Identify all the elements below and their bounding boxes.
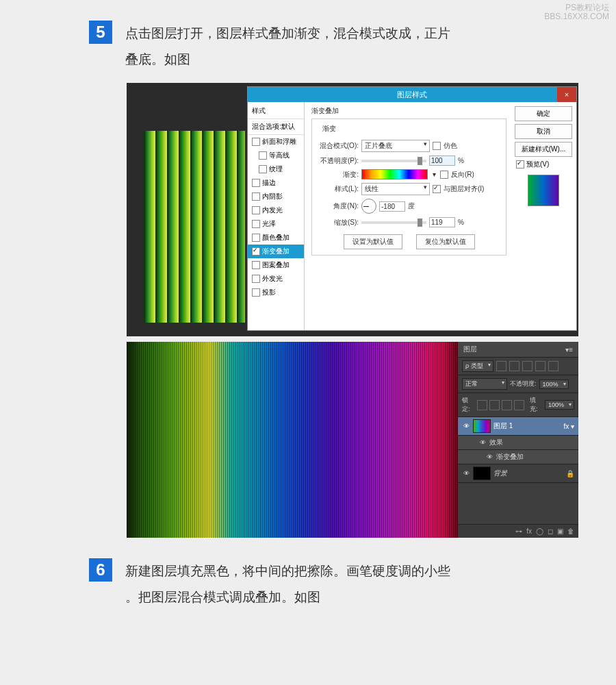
filter-smart-icon[interactable] (548, 361, 559, 371)
style-item-patternoverlay[interactable]: 图案叠加 (248, 258, 304, 272)
align-checkbox[interactable] (433, 185, 441, 193)
style-label: 渐变叠加 (262, 247, 290, 256)
opacity-label: 不透明度: (510, 379, 537, 388)
checkbox-icon[interactable] (252, 206, 260, 214)
step-5: 5 点击图层打开，图层样式叠加渐变，混合模式改成，正片 叠底。如图 (0, 0, 616, 73)
checkbox-icon[interactable] (252, 192, 260, 201)
lock-transparency-icon[interactable] (477, 400, 487, 410)
reverse-checkbox[interactable] (440, 171, 448, 179)
filter-kind-select[interactable]: ρ 类型 (462, 360, 493, 372)
filter-pixel-icon[interactable] (496, 361, 506, 371)
scale-slider[interactable] (361, 221, 426, 224)
blend-mode-select[interactable]: 正常 (462, 378, 507, 390)
set-default-button[interactable]: 设置为默认值 (344, 234, 402, 249)
checkbox-icon[interactable] (252, 261, 260, 269)
opacity-slider[interactable] (361, 160, 426, 162)
subsection-label: 渐变 (320, 124, 338, 134)
style-item-dropshadow[interactable]: 投影 (248, 286, 304, 299)
panel-menu-icon[interactable]: ▾≡ (565, 346, 573, 353)
fx-badge[interactable]: fx ▾ (563, 423, 574, 430)
layer-row-1[interactable]: 👁 图层 1 fx ▾ (458, 417, 578, 436)
effect-item-label: 渐变叠加 (496, 452, 524, 462)
style-item-contour[interactable]: 等高线 (248, 149, 304, 162)
step-5-text-line2: 叠底。如图 (125, 52, 190, 66)
reset-default-button[interactable]: 复位为默认值 (416, 234, 475, 249)
dialog-action-buttons: 确定 取消 新建样式(W)... 预览(V) (513, 102, 576, 330)
gradient-preview[interactable] (361, 169, 428, 179)
layer-row-background[interactable]: 👁 背景 🔒 (458, 464, 578, 483)
filter-type-icon[interactable] (522, 361, 532, 371)
checkbox-icon[interactable] (252, 288, 260, 297)
scale-input[interactable]: 119 (429, 217, 455, 227)
layers-panel: 图层 ▾≡ ρ 类型 正常 不透明度: 100% 锁定: (458, 342, 578, 538)
visibility-icon[interactable]: 👁 (485, 453, 493, 461)
styles-header: 样式 (248, 103, 304, 119)
gradient-style-select[interactable]: 线性 (361, 183, 430, 195)
angle-unit: 度 (408, 201, 415, 211)
opacity-value[interactable]: 100% (539, 379, 569, 389)
checkbox-icon[interactable] (252, 234, 260, 242)
angle-dial[interactable] (361, 199, 376, 214)
style-label: 外发光 (262, 274, 283, 284)
style-item-texture[interactable]: 纹理 (248, 162, 304, 176)
checkbox-icon[interactable] (259, 151, 267, 160)
layer-effects-row[interactable]: 👁 效果 (458, 436, 578, 450)
link-layers-icon[interactable]: ⊶ (515, 527, 522, 535)
layers-lock-bar: 锁定: 填充: 100% (458, 393, 578, 417)
checkbox-icon[interactable] (252, 275, 260, 283)
filter-shape-icon[interactable] (535, 361, 546, 371)
new-style-button[interactable]: 新建样式(W)... (515, 142, 572, 157)
opacity-input[interactable]: 100 (429, 155, 455, 166)
dialog-title: 图层样式 (397, 90, 427, 99)
style-label: 纹理 (269, 164, 283, 174)
checkbox-icon[interactable] (252, 220, 260, 228)
ok-button[interactable]: 确定 (515, 106, 572, 121)
style-item-outerglow[interactable]: 外发光 (248, 272, 304, 286)
preview-label: 预览(V) (526, 160, 549, 169)
filter-adjust-icon[interactable] (509, 361, 519, 371)
gradient-fieldset: 渐变 混合模式(O): 正片叠底 仿色 不透明度(P): 100 % (311, 119, 506, 256)
new-layer-icon[interactable]: ▣ (557, 527, 563, 535)
style-item-bevel[interactable]: 斜面和浮雕 (248, 135, 304, 149)
style-item-stroke[interactable]: 描边 (248, 176, 304, 190)
close-icon[interactable]: × (557, 87, 576, 102)
layers-tab[interactable]: 图层 ▾≡ (458, 342, 578, 358)
fx-icon[interactable]: fx (526, 527, 532, 535)
visibility-icon[interactable]: 👁 (462, 422, 470, 430)
gradient-label: 渐变: (318, 170, 359, 179)
chevron-down-icon[interactable]: ▾ (431, 171, 437, 178)
checkbox-icon[interactable] (259, 165, 267, 173)
visibility-icon[interactable]: 👁 (462, 469, 470, 477)
blend-mode-select[interactable]: 正片叠底 (361, 140, 430, 152)
lock-position-icon[interactable] (502, 400, 512, 410)
dither-checkbox[interactable] (433, 142, 441, 150)
style-label: 图案叠加 (262, 260, 290, 270)
dither-label: 仿色 (444, 141, 457, 151)
lock-all-icon[interactable] (514, 400, 524, 410)
fill-value[interactable]: 100% (545, 400, 574, 410)
layer-style-figure: 图层样式 × 样式 混合选项:默认 斜面和浮雕 等高线 纹理 描边 内阴影 内发… (127, 83, 578, 336)
visibility-icon[interactable]: 👁 (478, 438, 487, 447)
style-item-innerglow[interactable]: 内发光 (248, 203, 304, 217)
angle-label: 角度(N): (318, 201, 359, 211)
layer-effect-item[interactable]: 👁 渐变叠加 (458, 450, 578, 464)
gradient-style-label: 样式(L): (318, 184, 359, 194)
preview-checkbox[interactable] (516, 160, 524, 169)
reverse-label: 反向(R) (451, 170, 474, 179)
group-icon[interactable]: ◻ (548, 527, 553, 535)
blend-defaults[interactable]: 混合选项:默认 (248, 119, 304, 135)
style-item-satin[interactable]: 光泽 (248, 217, 304, 231)
style-item-coloroverlay[interactable]: 颜色叠加 (248, 231, 304, 245)
checkbox-icon[interactable] (252, 179, 260, 187)
style-label: 投影 (262, 288, 276, 297)
checkbox-icon[interactable] (252, 138, 260, 146)
style-item-innershadow[interactable]: 内阴影 (248, 190, 304, 203)
trash-icon[interactable]: 🗑 (567, 527, 574, 535)
mask-icon[interactable]: ◯ (536, 527, 543, 535)
angle-input[interactable]: -180 (379, 201, 405, 212)
checkbox-icon[interactable] (252, 247, 260, 256)
style-item-gradientoverlay[interactable]: 渐变叠加 (248, 245, 304, 258)
lock-pixels-icon[interactable] (489, 400, 500, 410)
cancel-button[interactable]: 取消 (515, 124, 572, 139)
canvas-preview-green-stripes (144, 131, 245, 323)
